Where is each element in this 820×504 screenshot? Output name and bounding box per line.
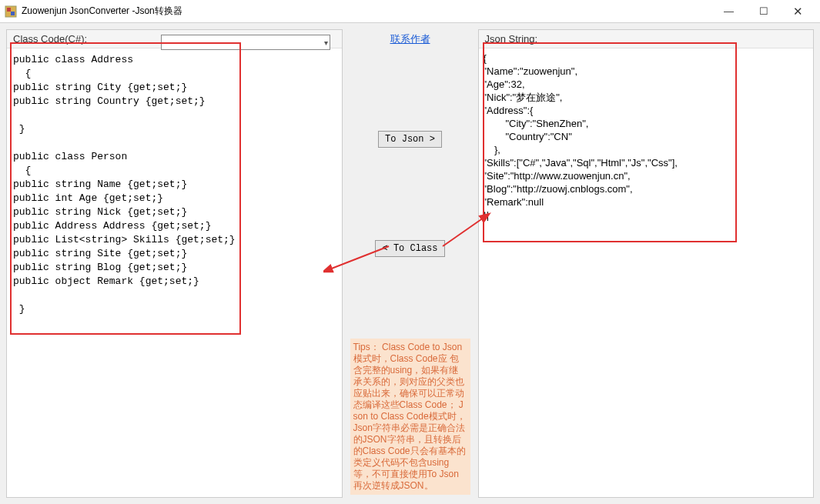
right-pane: Json String: { "Name":"zuowenjun", "Age"… [478,29,815,498]
window-title: Zuowenjun JsonConverter -Json转换器 [22,5,711,18]
right-header: Json String: [479,30,814,48]
to-class-button[interactable]: < To Class [375,240,444,257]
app-icon [5,5,17,18]
titlebar: Zuowenjun JsonConverter -Json转换器 — ☐ ✕ [0,0,820,23]
minimize-button[interactable]: — [711,1,746,22]
mid-pane: 联系作者 To Json > < To Class Tips： Class Co… [349,29,472,498]
maximize-button[interactable]: ☐ [746,1,781,22]
class-dropdown[interactable]: ▾ [161,35,330,50]
to-json-button[interactable]: To Json > [378,131,442,148]
svg-rect-1 [7,8,11,12]
client-area: Class Code(C#): Parse ▾ public class Add… [0,23,820,504]
contact-author-link[interactable]: 联系作者 [390,32,430,46]
chevron-down-icon: ▾ [324,38,328,47]
window-controls: — ☐ ✕ [711,1,815,22]
close-button[interactable]: ✕ [781,1,815,22]
class-code-textarea[interactable]: public class Address { public string Cit… [7,48,342,492]
tips-box: Tips： Class Code to Json模式时，Class Code应 … [350,339,470,495]
left-pane: Class Code(C#): Parse ▾ public class Add… [6,29,343,498]
json-string-label: Json String: [485,33,538,45]
svg-rect-2 [11,12,15,15]
class-code-label: Class Code(C#): [13,33,87,45]
json-textarea[interactable]: { "Name":"zuowenjun", "Age":32, "Nick":"… [479,48,814,492]
